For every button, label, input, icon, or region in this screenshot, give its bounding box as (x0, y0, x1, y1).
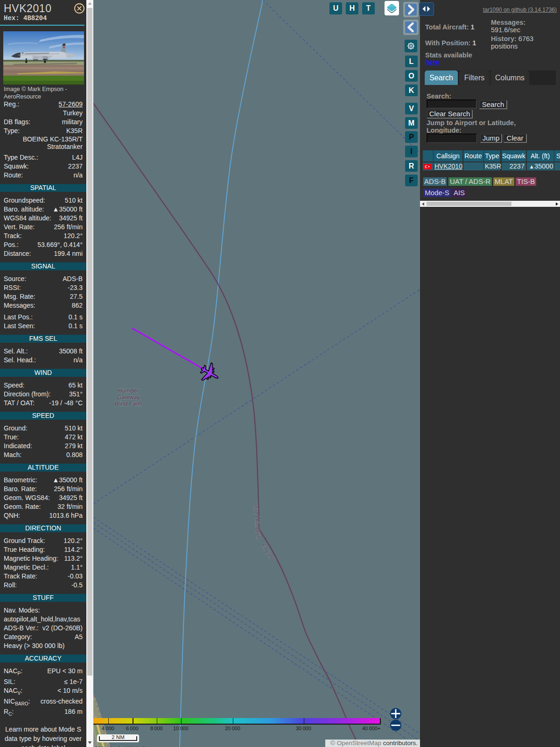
svg-text:United Kingdom: United Kingdom (252, 501, 261, 540)
svg-text:Gateway: Gateway (117, 394, 140, 401)
svg-text:Humber: Humber (118, 388, 139, 394)
svg-text:Wind Farm: Wind Farm (114, 401, 142, 407)
